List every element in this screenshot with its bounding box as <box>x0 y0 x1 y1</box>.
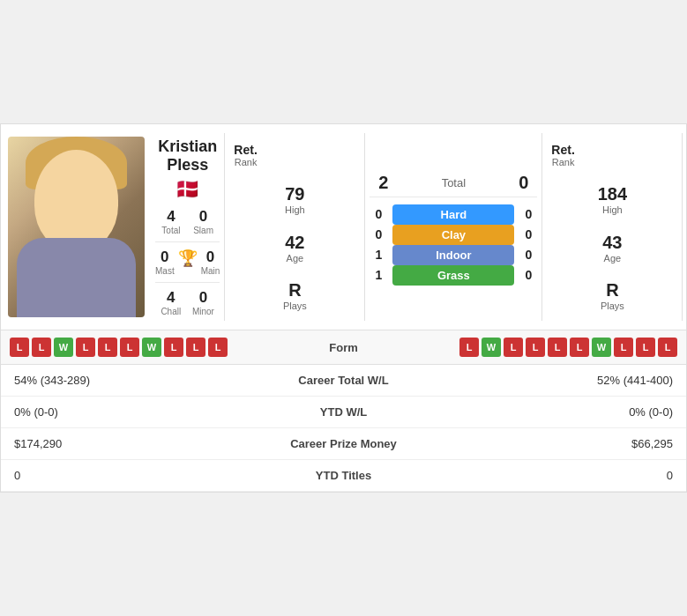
left-player-name: Kristian Pless <box>158 137 217 174</box>
stats-row: 0 YTD Titles 0 <box>1 460 686 492</box>
form-badge: L <box>32 338 51 357</box>
left-high-lbl: High <box>285 204 305 215</box>
right-plays-lbl: Plays <box>601 301 624 311</box>
left-rank-lbl: Rank <box>235 157 258 167</box>
form-badge: L <box>164 338 183 357</box>
form-badge: L <box>120 338 139 357</box>
right-rank-val: Ret. <box>551 143 574 157</box>
form-badge: L <box>548 338 567 357</box>
left-high-val: 79 <box>285 184 304 204</box>
form-badge: L <box>459 338 479 357</box>
total-right: 0 <box>519 173 528 193</box>
form-badge: W <box>482 338 501 357</box>
right-plays-stat: R Plays <box>551 275 673 316</box>
stats-center: YTD W/L <box>256 405 432 419</box>
left-minor-val: 0 <box>199 289 207 307</box>
form-badge: L <box>10 338 29 357</box>
form-badge: L <box>526 338 545 357</box>
stats-center: Career Total W/L <box>256 374 432 387</box>
form-badge: L <box>504 338 523 357</box>
surface-row: 1 Indoor 0 <box>370 245 537 265</box>
left-player-flag: 🇩🇰 <box>175 178 199 201</box>
stats-left: 54% (343-289) <box>14 374 256 387</box>
left-slam-val: 0 <box>199 208 207 226</box>
stats-right: 0 <box>432 469 674 482</box>
surface-score-left: 1 <box>370 268 387 282</box>
left-player-info: Kristian Pless 🇩🇰 4 Total 0 Slam <box>151 133 224 321</box>
right-age-lbl: Age <box>604 253 622 263</box>
left-player-stats: 4 Total 0 Slam 0 Mast 🏆 <box>155 208 220 316</box>
surface-row: 0 Hard 0 <box>370 204 537 225</box>
stats-left: 0% (0-0) <box>14 405 256 419</box>
stats-right: $66,295 <box>432 437 674 450</box>
right-age-val: 43 <box>602 233 622 253</box>
form-left: LLWLLLWLLL <box>10 338 291 357</box>
surface-score-right: 0 <box>519 248 537 262</box>
left-chall-lbl: Chall <box>161 307 181 316</box>
left-plays-stat: R Plays <box>234 275 355 316</box>
stats-row: 54% (343-289) Career Total W/L 52% (441-… <box>1 365 686 397</box>
right-rank-lbl: Rank <box>552 157 575 167</box>
right-high-val: 184 <box>598 184 627 204</box>
left-age-val: 42 <box>285 233 304 253</box>
surface-badge: Clay <box>392 225 514 245</box>
stats-left: 0 <box>14 469 256 482</box>
form-badge: W <box>592 338 611 357</box>
left-age-lbl: Age <box>287 253 304 263</box>
form-right: LWLLLLWLLL <box>397 338 678 357</box>
right-player-info: Ivo Klec 🇸🇰 11 Total 0 Slam <box>683 133 687 321</box>
right-high-stat: 184 High <box>551 179 673 220</box>
left-total-val: 4 <box>167 208 175 226</box>
left-total-lbl: Total <box>161 226 180 235</box>
left-chall-val: 4 <box>167 289 175 307</box>
left-main-lbl: Main <box>201 266 220 276</box>
left-minor-lbl: Minor <box>192 307 214 316</box>
left-rank-row: Ret. Rank <box>234 137 355 173</box>
form-badge: W <box>142 338 161 357</box>
surface-badge: Grass <box>392 265 514 286</box>
left-high-stat: 79 High <box>234 179 355 220</box>
stats-right: 0% (0-0) <box>432 405 674 419</box>
surface-score-right: 0 <box>519 227 537 241</box>
left-middle-col: Ret. Rank 79 High 42 Age R Plays <box>224 133 365 321</box>
left-main-val: 0 <box>206 249 214 266</box>
form-badge: L <box>98 338 117 357</box>
surface-rows: 0 Hard 0 0 Clay 0 1 Indoor 0 1 Grass 0 <box>370 204 537 286</box>
surface-score-right: 0 <box>519 207 537 221</box>
surfaces-col: 2 Total 0 0 Hard 0 0 Clay 0 1 Indoor 0 1… <box>365 133 541 321</box>
surface-score-right: 0 <box>519 268 537 282</box>
surface-score-left: 0 <box>370 227 387 241</box>
form-badge: L <box>208 338 228 357</box>
form-badge: W <box>54 338 73 357</box>
stats-center: Career Prize Money <box>256 437 432 450</box>
form-badge: L <box>186 338 205 357</box>
form-badge: L <box>570 338 589 357</box>
form-badge: L <box>76 338 95 357</box>
form-badge: L <box>636 338 655 357</box>
surface-badge: Hard <box>392 204 514 225</box>
surface-badge: Indoor <box>392 245 514 265</box>
form-badge: L <box>658 338 677 357</box>
stats-rows: 54% (343-289) Career Total W/L 52% (441-… <box>1 364 686 492</box>
left-plays-val: R <box>288 280 301 301</box>
left-plays-lbl: Plays <box>283 301 307 311</box>
stats-left: $174,290 <box>14 437 256 450</box>
form-label: Form <box>291 341 397 354</box>
right-middle-col: Ret. Rank 184 High 43 Age R Plays <box>541 133 683 321</box>
surface-score-left: 0 <box>370 207 387 221</box>
right-high-lbl: High <box>602 204 623 215</box>
form-section: LLWLLLWLLL Form LWLLLLWLLL <box>1 330 686 364</box>
left-slam-lbl: Slam <box>193 226 213 235</box>
form-badge: L <box>614 338 633 357</box>
stats-row: 0% (0-0) YTD W/L 0% (0-0) <box>1 397 686 428</box>
left-age-stat: 42 Age <box>234 227 355 269</box>
stats-row: $174,290 Career Prize Money $66,295 <box>1 428 686 460</box>
stats-center: YTD Titles <box>256 469 432 482</box>
left-player-photo <box>1 133 151 321</box>
total-label: Total <box>442 176 466 189</box>
surface-row: 0 Clay 0 <box>370 225 537 245</box>
stats-right: 52% (441-400) <box>432 374 674 387</box>
right-rank-row: Ret. Rank <box>551 137 673 173</box>
left-mast-lbl: Mast <box>155 266 175 276</box>
left-rank-val: Ret. <box>234 143 257 157</box>
